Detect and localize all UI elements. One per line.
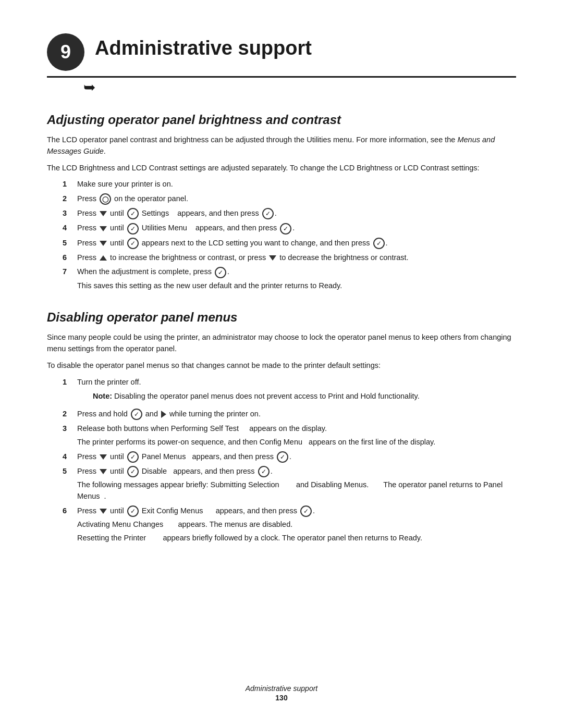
note-block: Note: Disabling the operator panel menus… [93, 391, 516, 402]
check-icon: ✓ [127, 208, 139, 219]
section2-heading: Disabling operator panel menus [47, 310, 516, 325]
down-arrow-icon [100, 509, 107, 514]
step-subtext: This saves this setting as the new user … [77, 280, 516, 292]
chapter-badge: 9 [47, 33, 84, 71]
down-arrow-icon [100, 454, 107, 460]
up-arrow-icon [100, 255, 107, 261]
step-content: Press until ✓ Panel Menus appears, and t… [77, 451, 516, 463]
list-item: 1 Make sure your printer is on. [63, 179, 516, 190]
step-num: 5 [63, 466, 77, 502]
step-num: 2 [63, 193, 77, 205]
footer-italic: Administrative support [0, 684, 563, 693]
check-icon: ✓ [127, 466, 139, 477]
list-item: 6 Press until ✓ Exit Config Menus appear… [63, 505, 516, 544]
select-icon: ✓ [280, 223, 291, 235]
down-arrow-icon [100, 469, 107, 474]
step-num: 1 [63, 377, 77, 406]
step-num: 4 [63, 223, 77, 234]
section1-steps: 1 Make sure your printer is on. 2 Press … [63, 179, 516, 291]
chapter-title-wrap: Administrative support [95, 31, 516, 59]
step-content: When the adjustment is complete, press ✓… [77, 266, 516, 291]
down-arrow-icon [100, 226, 107, 231]
step-subtext: The following messages appear briefly: S… [77, 479, 516, 502]
list-item: 5 Press until ✓ Disable appears, and the… [63, 466, 516, 502]
step-content: Press and hold ✓ and while turning the p… [77, 409, 516, 420]
down-arrow-icon [269, 255, 276, 261]
chapter-number: 9 [60, 41, 71, 63]
select-icon: ✓ [262, 208, 274, 219]
step-subtext1: Activating Menu Changes appears. The men… [77, 519, 516, 530]
footer-page-number: 130 [0, 694, 563, 702]
select-icon: ✓ [215, 267, 226, 278]
step-num: 6 [63, 505, 77, 544]
check-circle-icon: ✓ [131, 409, 142, 420]
section1-intro1: The LCD operator panel contrast and brig… [47, 134, 516, 157]
select-icon: ✓ [277, 451, 288, 463]
list-item: 1 Turn the printer off. Note: Disabling … [63, 377, 516, 406]
list-item: 2 Press and hold ✓ and while turning the… [63, 409, 516, 420]
section2-intro2: To disable the operator panel menus so t… [47, 360, 516, 372]
page: 9 Administrative support ➥ Adjusting ope… [0, 0, 563, 728]
select-icon: ✓ [373, 238, 385, 249]
chapter-header: 9 Administrative support [47, 31, 516, 71]
list-item: 4 Press until ✓ Utilities Menu appears, … [63, 223, 516, 234]
step-num: 3 [63, 208, 77, 219]
select-icon: ✓ [300, 505, 312, 517]
check-icon: ✓ [127, 238, 139, 249]
step-content: Make sure your printer is on. [77, 179, 516, 190]
step-content: Press until ✓ Exit Config Menus appears,… [77, 505, 516, 544]
step-content: Turn the printer off. Note: Disabling th… [77, 377, 516, 406]
step-content: Press to increase the brightness or cont… [77, 252, 516, 264]
list-item: 4 Press until ✓ Panel Menus appears, and… [63, 451, 516, 463]
chapter-title: Administrative support [95, 31, 516, 59]
list-item: 6 Press to increase the brightness or co… [63, 252, 516, 264]
header-rule-container: ➥ [47, 76, 516, 96]
down-arrow-icon [100, 241, 107, 246]
select-icon: ✓ [258, 466, 270, 477]
chapter-rule [47, 76, 516, 78]
arrow-decoration: ➥ [83, 79, 516, 96]
step-content: Press until ✓ Disable appears, and then … [77, 466, 516, 502]
check-icon: ✓ [127, 451, 139, 463]
step-content: Release both buttons when Performing Sel… [77, 423, 516, 448]
step-content: Press until ✓ Utilities Menu appears, an… [77, 223, 516, 234]
step-num: 2 [63, 409, 77, 420]
check-icon: ✓ [127, 223, 139, 235]
step-subtext: The printer performs its power-on sequen… [77, 437, 516, 448]
list-item: 7 When the adjustment is complete, press… [63, 266, 516, 291]
down-arrow-icon [100, 211, 107, 216]
step-num: 7 [63, 266, 77, 291]
list-item: 3 Press until ✓ Settings appears, and th… [63, 208, 516, 219]
right-arrow-icon [161, 411, 166, 418]
step-num: 1 [63, 179, 77, 190]
list-item: 3 Release both buttons when Performing S… [63, 423, 516, 448]
step-num: 6 [63, 252, 77, 264]
step-subtext2: Resetting the Printer appears briefly fo… [77, 533, 516, 544]
step-num: 4 [63, 451, 77, 463]
step-content: Press ◯ on the operator panel. [77, 193, 516, 205]
note-label: Note: [93, 392, 114, 400]
step-num: 3 [63, 423, 77, 448]
section1-intro2: The LCD Brightness and LCD Contrast sett… [47, 163, 516, 174]
list-item: 5 Press until ✓ appears next to the LCD … [63, 238, 516, 249]
step-content: Press until ✓ Settings appears, and then… [77, 208, 516, 219]
key-icon: ◯ [100, 193, 111, 205]
list-item: 2 Press ◯ on the operator panel. [63, 193, 516, 205]
check-icon: ✓ [127, 505, 139, 517]
step-content: Press until ✓ appears next to the LCD se… [77, 238, 516, 249]
footer: Administrative support 130 [0, 684, 563, 702]
section2-intro1: Since many people could be using the pri… [47, 332, 516, 355]
section1-heading: Adjusting operator panel brightness and … [47, 113, 516, 127]
section2-steps: 1 Turn the printer off. Note: Disabling … [63, 377, 516, 544]
step-num: 5 [63, 238, 77, 249]
